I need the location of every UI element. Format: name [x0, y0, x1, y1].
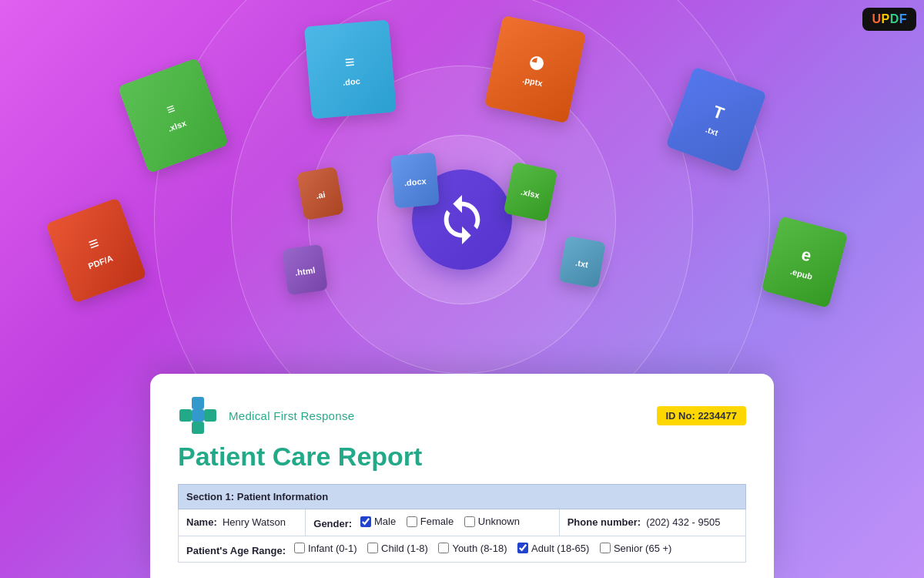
age-adult-label: Adult (18-65): [531, 543, 589, 554]
gender-label: Gender:: [313, 518, 352, 529]
pdfa-large-symbol: ≡: [85, 233, 102, 255]
svg-rect-0: [192, 397, 204, 409]
svg-rect-3: [204, 409, 216, 422]
gender-female-checkbox[interactable]: [407, 516, 417, 527]
age-range-cell: Patient's Age Range: Infant (0-1) Child …: [179, 536, 746, 563]
doc-title-part2: Report: [338, 442, 423, 471]
age-senior-label: Senior (65 +): [614, 543, 672, 554]
pdfa-large-ext: PDF/A: [87, 254, 114, 271]
org-name: Medical First Response: [229, 409, 354, 422]
xlsx-large-ext: .xlsx: [166, 118, 187, 133]
epub-large-symbol: e: [799, 244, 814, 266]
patient-name-row: Name: Henry Watson Gender: Male Female: [179, 509, 746, 536]
doc-header: Medical First Response ID No: 2234477: [178, 395, 746, 435]
age-child-item[interactable]: Child (1-8): [367, 543, 428, 554]
pptx-large-symbol: ◕: [527, 52, 546, 74]
patient-info-table: Section 1: Patient Information Name: Hen…: [178, 484, 746, 563]
gender-cell: Gender: Male Female Unknown: [306, 509, 559, 536]
age-child-label: Child (1-8): [381, 543, 428, 554]
age-senior-item[interactable]: Senior (65 +): [600, 543, 672, 554]
age-range-label: Patient's Age Range:: [186, 544, 286, 556]
updf-p: P: [881, 12, 889, 25]
updf-d: D: [890, 12, 899, 25]
gender-unknown-checkbox[interactable]: [464, 516, 475, 527]
updf-f: F: [899, 12, 907, 25]
svg-rect-1: [179, 409, 192, 422]
txt-large-symbol: T: [710, 102, 727, 124]
html-small-ext: .html: [294, 265, 316, 277]
phone-cell: Phone number: (202) 432 - 9505: [559, 509, 745, 536]
section1-header: Section 1: Patient Information: [179, 485, 746, 509]
file-icon-html-small: .html: [282, 244, 328, 296]
svg-rect-2: [192, 409, 204, 422]
age-youth-label: Youth (8-18): [452, 543, 507, 554]
age-infant-item[interactable]: Infant (0-1): [294, 543, 357, 554]
docx-small-ext: .docx: [403, 176, 427, 187]
txt-small-ext: .txt: [574, 258, 588, 270]
medical-cross-logo: [178, 395, 218, 435]
age-infant-checkbox[interactable]: [294, 543, 305, 553]
age-range-row: Patient's Age Range: Infant (0-1) Child …: [179, 536, 746, 563]
name-label: Name:: [186, 516, 217, 528]
doc-large-ext: .doc: [343, 76, 361, 87]
doc-title-part1: Patient Care: [178, 442, 330, 471]
updf-logo: UPDF: [862, 8, 916, 31]
gender-unknown-item[interactable]: Unknown: [464, 516, 520, 527]
age-infant-label: Infant (0-1): [308, 543, 357, 554]
xlsx-small-ext: .xlsx: [520, 187, 540, 200]
doc-title: Patient Care Report: [178, 442, 746, 472]
updf-u: U: [872, 12, 881, 25]
svg-rect-4: [192, 422, 204, 434]
gender-female-label: Female: [420, 516, 454, 527]
file-icon-doc-large: ≡ .doc: [304, 19, 397, 119]
doc-large-symbol: ≡: [344, 52, 356, 73]
file-icon-ai-small: .ai: [296, 166, 344, 220]
name-value: Henry Watson: [223, 516, 286, 528]
age-adult-item[interactable]: Adult (18-65): [517, 543, 589, 554]
phone-label: Phone number:: [567, 516, 641, 528]
gender-unknown-label: Unknown: [478, 516, 520, 527]
ai-small-ext: .ai: [315, 190, 326, 200]
gender-male-checkbox[interactable]: [360, 516, 371, 527]
phone-value: (202) 432 - 9505: [646, 516, 720, 528]
gender-female-item[interactable]: Female: [407, 516, 454, 527]
file-icon-docx-small: .docx: [390, 153, 440, 209]
document-panel: Medical First Response ID No: 2234477 Pa…: [150, 374, 774, 578]
age-senior-checkbox[interactable]: [600, 543, 611, 553]
age-child-checkbox[interactable]: [367, 543, 378, 553]
doc-logo: Medical First Response: [178, 395, 354, 435]
pptx-large-ext: .pptx: [522, 75, 544, 88]
age-youth-item[interactable]: Youth (8-18): [438, 543, 507, 554]
txt-large-ext: .txt: [705, 125, 720, 138]
xlsx-large-symbol: ≡: [164, 100, 177, 118]
doc-id-badge: ID No: 2234477: [657, 406, 747, 425]
name-cell: Name: Henry Watson: [179, 509, 306, 536]
age-adult-checkbox[interactable]: [517, 543, 528, 553]
gender-male-item[interactable]: Male: [360, 516, 396, 527]
age-youth-checkbox[interactable]: [438, 543, 449, 553]
epub-large-ext: .epub: [789, 267, 813, 281]
file-icon-txt-small: .txt: [558, 236, 606, 288]
gender-male-label: Male: [374, 516, 396, 527]
